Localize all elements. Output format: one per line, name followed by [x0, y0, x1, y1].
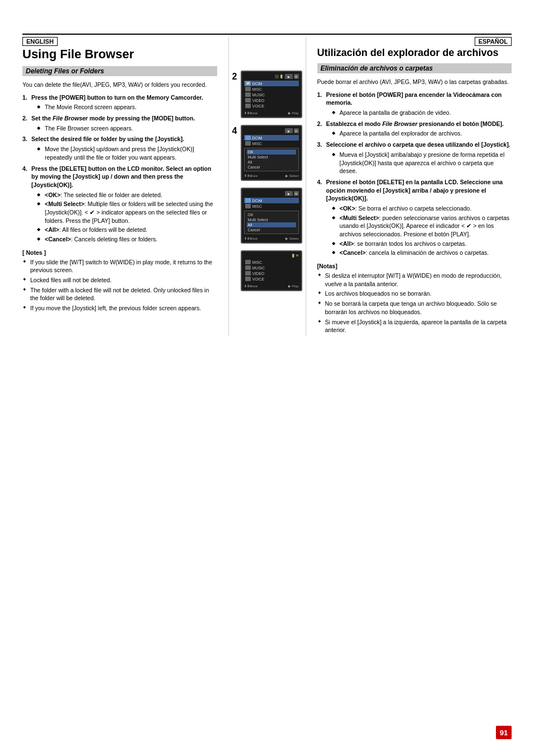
step1-num: 1. — [22, 94, 27, 102]
screen-last-file3: VIDEO — [244, 270, 299, 276]
step4-bullet3: <All>: All files or folders will be dele… — [37, 226, 217, 234]
screen2-mem-icon: M — [294, 74, 299, 79]
menu2-all: All — [247, 222, 296, 227]
step4-bullet1: <OK>: The selected file or folder are de… — [37, 191, 217, 199]
screen2-file2: MISC — [244, 86, 299, 92]
screen-last-battery: 🔋 — [291, 254, 295, 258]
screen-last-icons: 🔋 M — [291, 254, 299, 258]
step4-bullet4: <Cancel>: Cancels deleting files or fold… — [37, 235, 217, 244]
es-step4-num: 4. — [317, 178, 322, 186]
screen4-bottombar: ⬆⬇Move ▶ Select — [244, 174, 299, 178]
screen-all-battery: ▶ — [285, 191, 293, 196]
es-step4-bullets: <OK>: Se borra el archivo o carpeta sele… — [326, 204, 512, 257]
screen-last-mem: M — [296, 254, 299, 258]
s4file2-name: MISC — [252, 142, 263, 146]
espanol-subtitle: Eliminación de archivos o carpetas — [317, 63, 512, 73]
screen2-file5: VOICE — [244, 103, 299, 109]
note2: Locked files will not be deleted. — [22, 276, 217, 284]
slfile3-name: VIDEO — [252, 272, 265, 276]
screen4-topbar: ▶ M — [244, 128, 299, 133]
file2-name: MISC — [252, 87, 263, 91]
english-column: ENGLISH Using File Browser Deleting File… — [22, 37, 229, 336]
es-step-3: 3. Seleccione el archivo o carpeta que d… — [317, 141, 512, 175]
espanol-intro: Puede borrar el archivo (AVI, JPEG, MP3,… — [317, 78, 512, 86]
screen-all-move: ⬆⬇Move — [244, 236, 258, 240]
screen-last-wrap: - 🔋 M MISC — [232, 250, 302, 291]
screen4-menu: OK Multi Select All Cancel — [244, 148, 299, 171]
english-badge: ENGLISH — [22, 37, 58, 46]
slfile1-icon — [245, 260, 251, 264]
es-step4-bullet4: <Cancel>: cancela la eliminación de arch… — [332, 249, 512, 257]
es-note1: Si desliza el interruptor [W/T] a W(WIDE… — [317, 272, 512, 288]
screen-all-file2: MISC — [244, 203, 299, 209]
step4-bullets: <OK>: The selected file or folder are de… — [31, 191, 217, 244]
screen2-file3: MUSIC — [244, 92, 299, 97]
screen-last-filelist: MISC MUSIC VIDEO VOICE — [244, 259, 299, 282]
es-step3-bullets: Mueva el [Joystick] arriba/abajo y presi… — [326, 151, 512, 175]
screens-column: 2 ⬛ 🔋 ▶ M 📁 DCIM — [229, 37, 306, 336]
file1-icon: 📁 — [245, 81, 251, 86]
slfile3-icon — [245, 271, 251, 276]
es-step4-bullet2: <Multi Select>: pueden seleccionarse var… — [332, 214, 512, 239]
english-notes: [ Notes ] If you slide the [W/T] switch … — [22, 249, 217, 312]
screen2-filelist: 📁 DCIM MISC MUSIC VI — [244, 81, 299, 109]
main-content: ENGLISH Using File Browser Deleting File… — [22, 37, 512, 336]
espanol-badge-wrap: ESPAÑOL — [317, 37, 512, 47]
file2-icon — [245, 87, 251, 91]
file3-name: MUSIC — [252, 93, 265, 97]
screen-4-num: 4 — [232, 126, 239, 136]
step3-bullet1: Move the [Joystick] up/down and press th… — [37, 145, 217, 161]
es-note2: Los archivos bloqueados no se borrarán. — [317, 290, 512, 298]
file5-icon — [245, 104, 251, 108]
step2-bullet1: The File Browser screen appears. — [37, 124, 217, 133]
screen-all-select: ▶ Select — [285, 236, 298, 240]
english-step-4: 4. Press the [DELETE] button on the LCD … — [22, 165, 217, 244]
es-step3-num: 3. — [317, 141, 322, 149]
menu-cancel: Cancel — [247, 165, 296, 170]
es-step1-text: Presione el botón [POWER] para encender … — [326, 91, 502, 106]
screen2-mode-icons: ▶ M — [285, 74, 299, 79]
screen-4-wrap: 4 ▶ M DCIM — [232, 125, 302, 181]
slfile4-icon — [245, 277, 251, 281]
step4-num: 4. — [22, 165, 27, 173]
es-step2-num: 2. — [317, 120, 322, 128]
step2-bullets: The File Browser screen appears. — [31, 124, 217, 133]
screen-all-bottombar: ⬆⬇Move ▶ Select — [244, 236, 299, 240]
espanol-column: ESPAÑOL Utilización del explorador de ar… — [306, 37, 512, 336]
english-intro: You can delete the file(AVI, JPEG, MP3, … — [22, 81, 217, 89]
screen4-battery-icon: ▶ — [285, 128, 293, 133]
safile1-name: DCIM — [252, 199, 263, 203]
safile2-icon — [245, 204, 251, 208]
es-step2-text: Establezca el modo File Browser presiona… — [326, 120, 504, 127]
es-step2-bullet1: Aparece la pantalla del explorador de ar… — [332, 129, 512, 138]
page: ENGLISH Using File Browser Deleting File… — [0, 0, 534, 756]
file5-name: VOICE — [252, 104, 265, 108]
menu2-cancel: Cancel — [247, 227, 296, 232]
screen-last-prev: ⬆⬇Move — [244, 284, 258, 288]
es-step1-bullet1: Aparece la pantalla de grabación de vide… — [332, 109, 512, 117]
menu2-multiselect: Multi Select — [247, 217, 296, 222]
es-step1-bullets: Aparece la pantalla de grabación de vide… — [326, 109, 512, 117]
step3-text: Select the desired file or folder by usi… — [31, 136, 184, 142]
es-note3: No se borrará la carpeta que tenga un ar… — [317, 300, 512, 316]
english-title: Using File Browser — [22, 47, 217, 62]
step2-text: Set the File Browser mode by pressing th… — [31, 115, 195, 122]
espanol-title: Utilización del explorador de archivos — [317, 47, 512, 59]
menu-multiselect: Multi Select — [247, 155, 296, 160]
screen-last: 🔋 M MISC MUSIC — [241, 250, 302, 291]
step3-num: 3. — [22, 135, 27, 143]
screen-all-menu: OK Multi Select All Cancel — [244, 211, 299, 234]
step4-text: Press the [DELETE] button on the LCD mon… — [31, 165, 211, 188]
file1-name: DCIM — [252, 82, 263, 86]
slfile4-name: VOICE — [252, 277, 265, 281]
screen-all-mem: M — [294, 191, 299, 196]
notes-title: [ Notes ] — [22, 249, 217, 256]
es-step4-bullet3: <All>: se borrarán todos los archivos o … — [332, 240, 512, 248]
espanol-notes: [Notas] Si desliza el interruptor [W/T] … — [317, 263, 512, 334]
screen-all: ▶ M DCIM MISC — [241, 188, 302, 244]
screen4-file2: MISC — [244, 141, 299, 146]
english-step-1: 1. Press the [POWER] button to turn on t… — [22, 94, 217, 111]
file4-name: VIDEO — [252, 99, 265, 102]
screen4-move: ⬆⬇Move — [244, 174, 258, 178]
step1-text: Press the [POWER] button to turn on the … — [31, 94, 203, 101]
